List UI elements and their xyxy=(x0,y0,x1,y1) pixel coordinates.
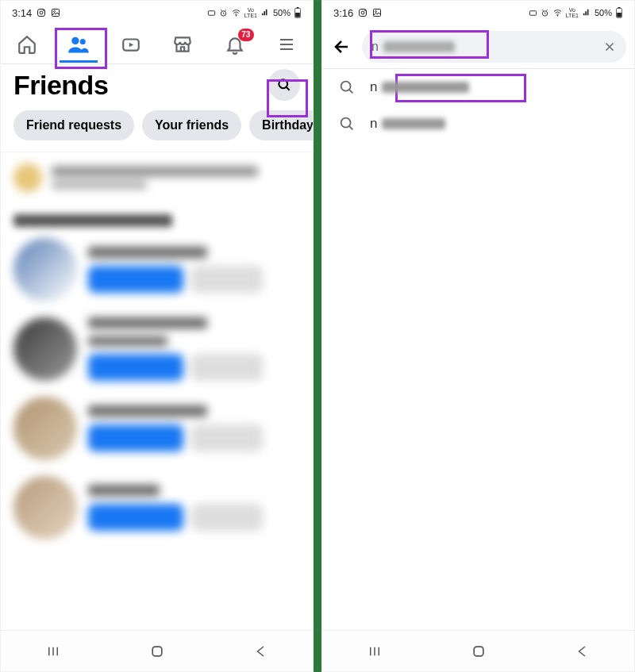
activity-row[interactable] xyxy=(1,152,313,203)
svg-rect-21 xyxy=(529,10,536,15)
suggestion-row[interactable] xyxy=(1,389,313,468)
remove-button[interactable] xyxy=(191,504,263,531)
system-nav xyxy=(1,630,313,671)
svg-point-7 xyxy=(236,15,237,16)
chip-your-friends[interactable]: Your friends xyxy=(142,110,241,140)
suggestion-name xyxy=(88,247,207,258)
sysnav-back[interactable] xyxy=(555,644,610,659)
notification-badge: 73 xyxy=(238,29,254,41)
svg-point-20 xyxy=(375,11,377,13)
suggestion-row[interactable] xyxy=(1,309,313,389)
sysnav-home[interactable] xyxy=(129,643,185,659)
svg-point-1 xyxy=(40,11,43,14)
add-friend-button[interactable] xyxy=(88,504,183,531)
svg-point-11 xyxy=(72,36,79,44)
tab-marketplace[interactable] xyxy=(160,27,205,62)
avatar xyxy=(13,238,77,301)
chip-friend-requests[interactable]: Friend requests xyxy=(13,110,134,140)
battery-pct: 50% xyxy=(595,8,612,17)
svg-rect-10 xyxy=(295,13,300,17)
clear-input-button[interactable] xyxy=(602,40,617,54)
system-nav xyxy=(322,630,634,671)
svg-rect-9 xyxy=(297,7,299,8)
svg-rect-15 xyxy=(152,647,162,656)
svg-point-14 xyxy=(279,79,287,88)
sysnav-home[interactable] xyxy=(451,643,506,659)
suggestion-text: n xyxy=(370,79,377,95)
friends-header: Friends xyxy=(1,64,313,106)
page-title: Friends xyxy=(13,70,108,101)
signal-icon xyxy=(582,9,591,17)
status-icon-ig xyxy=(37,8,46,17)
add-friend-button[interactable] xyxy=(88,266,183,293)
avatar xyxy=(13,163,42,192)
screenshot-divider xyxy=(314,0,321,672)
search-suggestion[interactable]: n xyxy=(322,106,634,142)
status-icon-image xyxy=(372,8,382,17)
svg-point-2 xyxy=(44,10,44,11)
tab-notifications[interactable]: 73 xyxy=(213,27,257,62)
tab-friends[interactable] xyxy=(56,27,101,62)
battery-pct: 50% xyxy=(273,8,291,17)
phone-right: 3:16 VoLTE1 50% n xyxy=(321,0,635,672)
remove-button[interactable] xyxy=(191,424,263,451)
svg-point-23 xyxy=(557,15,558,16)
search-button[interactable] xyxy=(268,69,300,101)
svg-point-4 xyxy=(54,11,56,13)
suggestion-name xyxy=(88,317,207,328)
suggestion-text: n xyxy=(370,116,377,132)
section-title xyxy=(13,214,172,227)
redacted-text xyxy=(382,118,445,129)
status-time: 3:16 xyxy=(333,7,353,19)
suggestion-name xyxy=(88,405,207,417)
tab-home[interactable] xyxy=(5,27,49,62)
back-button[interactable] xyxy=(330,37,354,56)
suggestion-name xyxy=(88,485,160,496)
alarm-icon xyxy=(541,9,549,17)
svg-rect-19 xyxy=(374,10,381,17)
add-friend-button[interactable] xyxy=(88,424,183,451)
status-icon-card xyxy=(207,9,216,17)
svg-rect-5 xyxy=(208,10,214,15)
svg-point-17 xyxy=(361,11,364,14)
remove-button[interactable] xyxy=(191,354,263,381)
redacted-text xyxy=(383,41,455,52)
add-friend-button[interactable] xyxy=(88,354,183,381)
search-input-value: n xyxy=(371,40,379,54)
search-input[interactable]: n xyxy=(362,31,626,63)
search-icon xyxy=(338,115,356,132)
status-icon-ig xyxy=(358,8,368,17)
wifi-icon xyxy=(231,9,241,17)
avatar xyxy=(13,397,77,460)
battery-icon xyxy=(294,7,302,18)
status-bar: 3:16 VoLTE1 50% xyxy=(322,1,634,25)
suggestion-row[interactable] xyxy=(1,468,313,547)
search-row: n xyxy=(322,25,634,69)
remove-button[interactable] xyxy=(191,266,263,293)
tab-menu[interactable] xyxy=(264,27,309,62)
sysnav-back[interactable] xyxy=(233,644,289,659)
svg-point-27 xyxy=(341,82,351,91)
phone-left: 3:14 VoLTE1 50% xyxy=(0,0,314,672)
activity-text xyxy=(52,167,258,189)
suggestion-row[interactable] xyxy=(1,230,313,309)
search-icon xyxy=(338,79,356,96)
svg-point-18 xyxy=(365,10,366,11)
svg-point-28 xyxy=(341,118,351,128)
status-bar: 3:14 VoLTE1 50% xyxy=(1,1,313,25)
sysnav-recents[interactable] xyxy=(25,644,81,659)
status-time: 3:14 xyxy=(12,7,32,19)
signal-icon xyxy=(260,9,270,17)
search-suggestion[interactable]: n xyxy=(322,69,634,106)
status-icon-image xyxy=(51,8,60,17)
svg-point-12 xyxy=(80,39,86,44)
tab-video[interactable] xyxy=(109,27,153,62)
status-icon-card xyxy=(529,9,537,17)
chip-birthdays[interactable]: Birthdays xyxy=(249,110,313,140)
svg-rect-26 xyxy=(617,13,622,17)
svg-rect-25 xyxy=(618,7,621,8)
top-tabs: 73 xyxy=(1,25,313,64)
svg-rect-29 xyxy=(474,647,483,656)
sysnav-recents[interactable] xyxy=(347,644,402,659)
avatar xyxy=(13,476,77,540)
